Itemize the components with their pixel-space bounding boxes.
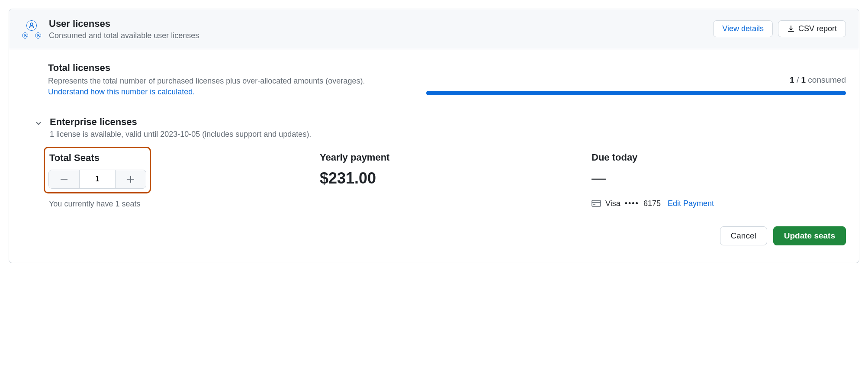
enterprise-licenses-section: Enterprise licenses 1 license is availab…: [22, 116, 846, 140]
action-buttons: Cancel Update seats: [592, 226, 846, 245]
edit-payment-link[interactable]: Edit Payment: [668, 199, 714, 208]
due-today-title: Due today: [592, 152, 846, 163]
cancel-button[interactable]: Cancel: [720, 226, 767, 245]
due-today-amount: —: [592, 169, 846, 186]
chevron-down-icon[interactable]: [34, 119, 43, 128]
minus-icon: [61, 179, 68, 180]
understand-calculation-link[interactable]: Understand how this number is calculated…: [48, 87, 195, 97]
enterprise-description: 1 license is available, valid until 2023…: [50, 129, 311, 140]
yearly-payment-title: Yearly payment: [320, 152, 574, 163]
panel-subtitle: Consumed and total available user licens…: [49, 31, 705, 40]
seats-input[interactable]: [79, 170, 116, 188]
svg-point-2: [37, 34, 39, 35]
panel-header: User licenses Consumed and total availab…: [9, 9, 859, 49]
plus-icon: [127, 176, 134, 183]
total-seats-highlight: Total Seats: [44, 147, 151, 193]
svg-rect-5: [127, 179, 134, 180]
consumed-suffix: consumed: [808, 75, 846, 84]
csv-report-button[interactable]: CSV report: [778, 20, 846, 37]
panel-body: Total licenses Represents the total numb…: [9, 49, 859, 263]
download-icon: [787, 25, 795, 33]
users-icon: [22, 19, 41, 39]
total-seats-title: Total Seats: [48, 152, 146, 164]
total-licenses-title: Total licenses: [48, 62, 418, 74]
svg-rect-3: [61, 179, 68, 180]
consumed-total: 1: [801, 75, 806, 84]
card-dots: ••••: [625, 199, 639, 208]
consumed-used: 1: [790, 75, 794, 84]
total-licenses-section: Total licenses Represents the total numb…: [22, 62, 846, 97]
view-details-button[interactable]: View details: [713, 20, 773, 37]
panel-title: User licenses: [49, 18, 705, 30]
consumed-progress-bar: [426, 91, 846, 95]
enterprise-title: Enterprise licenses: [50, 116, 311, 128]
decrement-button[interactable]: [49, 170, 79, 188]
consumed-label: 1 / 1 consumed: [426, 75, 846, 85]
svg-rect-6: [592, 200, 601, 206]
svg-point-0: [30, 23, 33, 26]
seat-pricing-columns: Total Seats You currently have 1 seats Y…: [22, 152, 846, 245]
total-licenses-description: Represents the total number of purchased…: [48, 75, 418, 87]
increment-button[interactable]: [116, 170, 146, 188]
update-seats-button[interactable]: Update seats: [773, 226, 846, 245]
card-brand: Visa: [605, 199, 620, 208]
csv-report-label: CSV report: [798, 24, 837, 33]
svg-point-1: [24, 34, 26, 35]
user-licenses-panel: User licenses Consumed and total availab…: [9, 9, 859, 263]
card-icon: [592, 200, 601, 207]
yearly-payment-amount: $231.00: [320, 169, 574, 187]
seats-note: You currently have 1 seats: [48, 200, 302, 209]
payment-method-row: Visa •••• 6175 Edit Payment: [592, 199, 846, 208]
card-last4: 6175: [643, 199, 661, 208]
seats-stepper: [48, 170, 146, 189]
